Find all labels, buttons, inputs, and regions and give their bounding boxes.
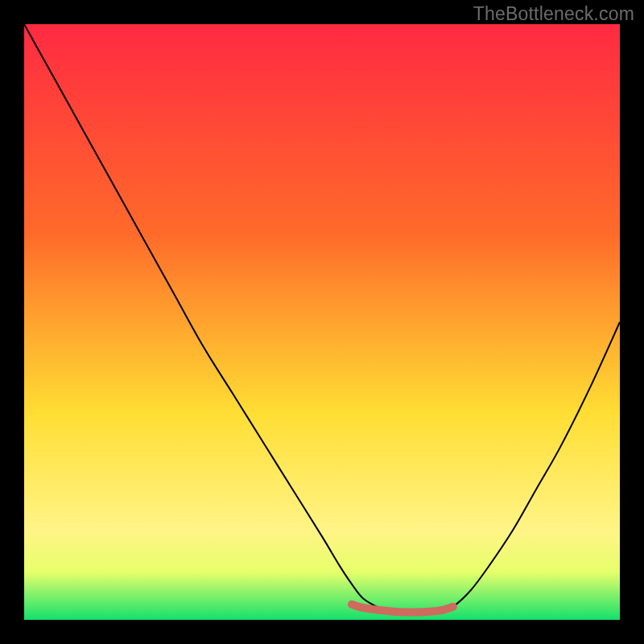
plot-area <box>24 24 620 620</box>
chart-frame: TheBottleneck.com <box>0 0 644 644</box>
watermark-text: TheBottleneck.com <box>473 3 634 25</box>
gradient-background <box>24 24 620 620</box>
bottleneck-plot-svg <box>24 24 620 620</box>
